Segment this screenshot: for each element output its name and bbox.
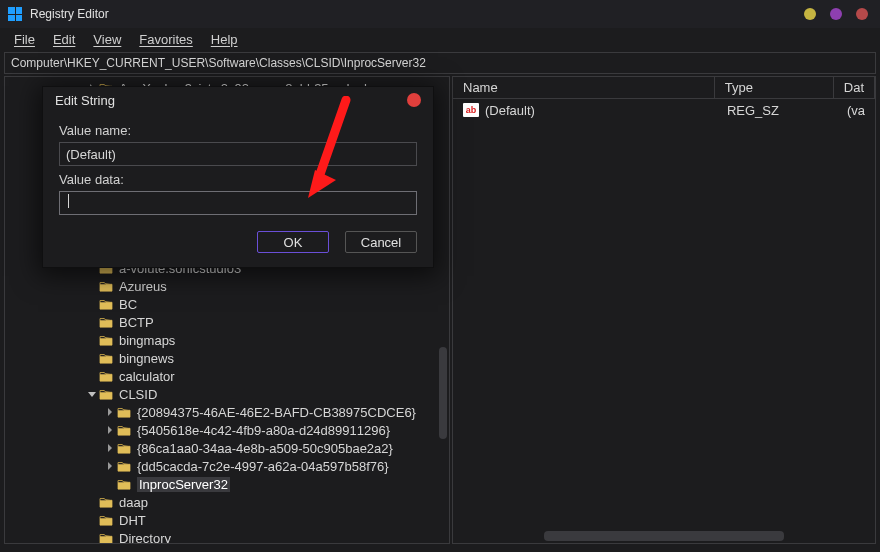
svg-rect-18 — [118, 410, 130, 417]
svg-rect-12 — [100, 302, 112, 309]
tree-item-label: {dd5cacda-7c2e-4997-a62a-04a597b58f76} — [137, 459, 389, 474]
column-name[interactable]: Name — [453, 77, 715, 98]
caret-none — [85, 279, 99, 293]
caret-none — [85, 369, 99, 383]
svg-rect-25 — [100, 536, 112, 543]
tree-item[interactable]: BC — [5, 295, 449, 313]
string-value-icon — [463, 103, 479, 117]
caret-none — [103, 477, 117, 491]
tree-item[interactable]: {5405618e-4c42-4fb9-a80a-d24d89911296} — [5, 421, 449, 439]
tree-item-label: BCTP — [119, 315, 154, 330]
svg-rect-24 — [100, 518, 112, 525]
menu-edit[interactable]: Edit — [45, 30, 83, 49]
column-type[interactable]: Type — [715, 77, 834, 98]
caret-right-icon[interactable] — [103, 459, 117, 473]
cell-type: REG_SZ — [717, 103, 837, 118]
folder-icon — [99, 315, 113, 329]
menu-bar: File Edit View Favorites Help — [0, 28, 880, 50]
ok-button[interactable]: OK — [257, 231, 329, 253]
caret-none — [85, 351, 99, 365]
caret-down-icon[interactable] — [85, 387, 99, 401]
svg-rect-20 — [118, 446, 130, 453]
caret-right-icon[interactable] — [103, 441, 117, 455]
dialog-close-button[interactable] — [407, 93, 421, 107]
caret-none — [85, 495, 99, 509]
tree-item-label: calculator — [119, 369, 175, 384]
tree-item[interactable]: DHT — [5, 511, 449, 529]
caret-none — [85, 513, 99, 527]
svg-rect-23 — [100, 500, 112, 507]
value-data-label: Value data: — [59, 172, 417, 187]
tree-item-label: DHT — [119, 513, 146, 528]
tree-item-label: daap — [119, 495, 148, 510]
tree-item[interactable]: {dd5cacda-7c2e-4997-a62a-04a597b58f76} — [5, 457, 449, 475]
status-bar — [0, 544, 880, 552]
window-controls — [804, 8, 868, 20]
folder-icon — [99, 513, 113, 527]
address-bar[interactable]: Computer\HKEY_CURRENT_USER\Software\Clas… — [4, 52, 876, 74]
svg-rect-14 — [100, 338, 112, 345]
folder-icon — [117, 441, 131, 455]
svg-rect-16 — [100, 374, 112, 381]
folder-icon — [117, 423, 131, 437]
tree-item-label: CLSID — [119, 387, 157, 402]
list-h-scrollbar[interactable] — [544, 531, 784, 541]
folder-icon — [99, 333, 113, 347]
tree-item[interactable]: InprocServer32 — [5, 475, 449, 493]
menu-view[interactable]: View — [85, 30, 129, 49]
svg-rect-11 — [100, 284, 112, 291]
folder-icon — [99, 297, 113, 311]
caret-right-icon[interactable] — [103, 405, 117, 419]
svg-rect-22 — [118, 482, 130, 489]
minimize-button[interactable] — [804, 8, 816, 20]
tree-scrollbar[interactable] — [439, 347, 447, 439]
tree-item[interactable]: {20894375-46AE-46E2-BAFD-CB38975CDCE6} — [5, 403, 449, 421]
app-icon — [8, 7, 22, 21]
tree-item[interactable]: {86ca1aa0-34aa-4e8b-a509-50c905bae2a2} — [5, 439, 449, 457]
tree-item[interactable]: bingmaps — [5, 331, 449, 349]
folder-icon — [99, 387, 113, 401]
tree-item[interactable]: CLSID — [5, 385, 449, 403]
caret-none — [85, 297, 99, 311]
window-title-bar: Registry Editor — [0, 0, 880, 28]
menu-favorites[interactable]: Favorites — [131, 30, 200, 49]
dialog-title-bar[interactable]: Edit String — [43, 87, 433, 113]
caret-none — [85, 531, 99, 543]
list-pane: Name Type Dat (Default)REG_SZ(va — [452, 76, 876, 544]
svg-rect-21 — [118, 464, 130, 471]
tree-item[interactable]: Directory — [5, 529, 449, 543]
window-title: Registry Editor — [30, 7, 109, 21]
tree-item-label: {20894375-46AE-46E2-BAFD-CB38975CDCE6} — [137, 405, 416, 420]
tree-item-label: InprocServer32 — [137, 477, 230, 492]
tree-item-label: bingmaps — [119, 333, 175, 348]
folder-icon — [99, 351, 113, 365]
tree-item[interactable]: calculator — [5, 367, 449, 385]
folder-icon — [117, 405, 131, 419]
tree-item-label: BC — [119, 297, 137, 312]
menu-help[interactable]: Help — [203, 30, 246, 49]
cancel-button[interactable]: Cancel — [345, 231, 417, 253]
tree-item-label: bingnews — [119, 351, 174, 366]
caret-right-icon[interactable] — [103, 423, 117, 437]
caret-none — [85, 315, 99, 329]
svg-rect-17 — [100, 392, 112, 399]
value-name-input[interactable] — [59, 142, 417, 166]
tree-item-label: {86ca1aa0-34aa-4e8b-a509-50c905bae2a2} — [137, 441, 393, 456]
tree-item[interactable]: Azureus — [5, 277, 449, 295]
value-data-input[interactable] — [59, 191, 417, 215]
folder-icon — [99, 495, 113, 509]
menu-file[interactable]: File — [6, 30, 43, 49]
folder-icon — [117, 477, 131, 491]
svg-rect-13 — [100, 320, 112, 327]
caret-none — [85, 333, 99, 347]
close-button[interactable] — [856, 8, 868, 20]
tree-item[interactable]: daap — [5, 493, 449, 511]
cell-name: (Default) — [453, 103, 717, 118]
value-name-label: Value name: — [59, 123, 417, 138]
maximize-button[interactable] — [830, 8, 842, 20]
list-row[interactable]: (Default)REG_SZ(va — [453, 99, 875, 121]
column-data[interactable]: Dat — [834, 77, 875, 98]
tree-item[interactable]: bingnews — [5, 349, 449, 367]
tree-item-label: Azureus — [119, 279, 167, 294]
tree-item[interactable]: BCTP — [5, 313, 449, 331]
